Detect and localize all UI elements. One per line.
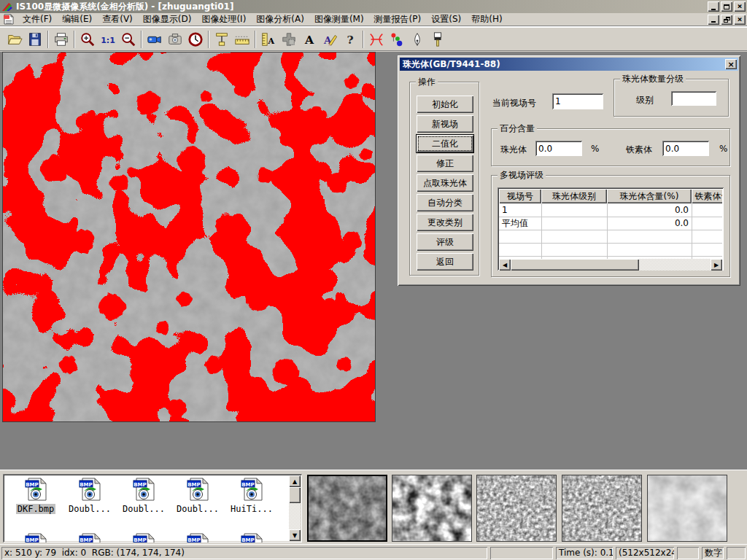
minimize-button[interactable]	[708, 1, 719, 12]
bmp-file-icon	[131, 532, 156, 542]
file-item[interactable]: Doubl...	[63, 477, 117, 514]
maximize-button[interactable]	[721, 1, 732, 12]
file-item[interactable]: Doubl...	[171, 477, 225, 514]
thumbnail-5[interactable]	[647, 475, 727, 542]
ruler-icon[interactable]	[232, 29, 252, 49]
dialog-close-button[interactable]: ×	[725, 59, 737, 69]
toolbar: 1:1 A A A ?	[0, 27, 747, 51]
video-camera-icon[interactable]	[144, 29, 165, 49]
col-view-number[interactable]: 视场号	[499, 189, 541, 203]
operation-group-label: 操作	[416, 77, 438, 87]
menu-settings[interactable]: 设置(S)	[426, 12, 466, 26]
menu-image-display[interactable]: 图像显示(D)	[138, 12, 197, 26]
thumbnail-2[interactable]	[392, 475, 472, 542]
menu-file[interactable]: 文件(F)	[18, 12, 57, 26]
application-window: { "window": { "title": "IS100显微摄像系统(金相分析…	[0, 0, 747, 560]
pen-icon[interactable]	[407, 29, 427, 49]
menu-image-measure[interactable]: 图像测量(M)	[309, 12, 369, 26]
file-item[interactable]	[117, 532, 171, 542]
current-view-input[interactable]	[552, 93, 603, 109]
multiview-table[interactable]: 视场号 珠光体级别 珠光体含量(%) 铁素体含量(%) 1 0.0 平	[498, 187, 724, 271]
curve-tool-icon[interactable]	[366, 29, 387, 49]
measure-text-icon[interactable]: A	[258, 29, 279, 49]
scroll-down-button[interactable]: ▼	[289, 529, 301, 541]
table-row[interactable]: 1 0.0	[499, 203, 722, 217]
new-field-button[interactable]: 新视场	[417, 115, 473, 133]
document-icon	[3, 14, 15, 25]
menu-image-processing[interactable]: 图像处理(I)	[196, 12, 251, 26]
scroll-right-button[interactable]: ▶	[711, 259, 722, 271]
menu-view[interactable]: 查看(V)	[97, 12, 138, 26]
ferrite-input[interactable]	[662, 141, 709, 156]
toolbar-separator	[255, 31, 256, 48]
grade-input[interactable]	[671, 91, 716, 106]
scroll-left-button[interactable]: ◀	[499, 259, 511, 271]
correct-button[interactable]: 修正	[417, 155, 473, 172]
menu-report[interactable]: 测量报告(P)	[369, 12, 427, 26]
col-pearlite-grade[interactable]: 珠光体级别	[541, 189, 607, 203]
one-to-one-label: 1:1	[101, 35, 115, 44]
print-icon[interactable]	[51, 29, 71, 49]
file-list[interactable]: DKF.bmp Doubl... Doubl... Doubl... HuiTi…	[3, 474, 302, 542]
file-item[interactable]: Doubl...	[117, 477, 171, 514]
brush-icon[interactable]	[427, 29, 448, 49]
open-icon[interactable]	[4, 29, 25, 49]
caliper-icon[interactable]	[212, 29, 232, 49]
return-button[interactable]: 返回	[417, 253, 473, 271]
mdi-minimize-button[interactable]	[708, 15, 719, 25]
file-name[interactable]: Doubl...	[121, 504, 166, 514]
file-name[interactable]: HuiTi...	[229, 504, 274, 514]
file-item[interactable]	[171, 532, 225, 542]
text-icon[interactable]: A	[299, 29, 320, 49]
scroll-track[interactable]	[639, 259, 711, 271]
save-icon[interactable]	[25, 29, 45, 49]
merge-icon[interactable]	[279, 29, 299, 49]
metallographic-image[interactable]	[2, 52, 376, 422]
change-class-button[interactable]: 更改类别	[417, 214, 473, 231]
one-to-one-icon[interactable]: 1:1	[98, 29, 118, 49]
file-name[interactable]: Doubl...	[67, 504, 112, 514]
classify-dots-icon[interactable]	[387, 29, 407, 49]
table-row[interactable]: 平均值 0.0	[499, 217, 722, 230]
file-item[interactable]	[63, 532, 117, 542]
mdi-restore-button[interactable]	[721, 15, 732, 25]
help-icon[interactable]: ?	[340, 29, 360, 49]
file-item[interactable]: HuiTi...	[225, 477, 279, 514]
edit-text-icon[interactable]: A	[320, 29, 340, 49]
scroll-thumb[interactable]	[511, 259, 639, 271]
file-item[interactable]	[225, 532, 279, 542]
menu-image-analysis[interactable]: 图像分析(A)	[251, 12, 309, 26]
status-empty-3	[727, 547, 746, 559]
file-item[interactable]	[9, 532, 63, 542]
thumbnail-1[interactable]	[307, 475, 387, 542]
dialog-title-bar[interactable]: 珠光体(GB/T9441-88) ×	[400, 58, 738, 71]
menu-help[interactable]: 帮助(H)	[466, 12, 507, 26]
rate-button[interactable]: 评级	[417, 233, 473, 251]
table-horizontal-scrollbar[interactable]: ◀ ▶	[499, 259, 722, 271]
menu-edit[interactable]: 编辑(E)	[57, 12, 97, 26]
thumbnail-4[interactable]	[562, 475, 642, 542]
col-ferrite-content[interactable]: 铁素体含量(%)	[692, 189, 722, 203]
thumbnail-3[interactable]	[476, 475, 557, 542]
pick-pearlite-button[interactable]: 点取珠光体	[417, 174, 473, 192]
scroll-thumb[interactable]	[289, 487, 301, 503]
auto-classify-button[interactable]: 自动分类	[417, 194, 473, 211]
file-item[interactable]: DKF.bmp	[9, 477, 63, 514]
mdi-close-button[interactable]: ×	[734, 15, 746, 25]
close-button[interactable]: ×	[734, 1, 746, 12]
col-pearlite-content[interactable]: 珠光体含量(%)	[607, 189, 692, 203]
zoom-out-icon[interactable]	[118, 29, 139, 49]
capture-icon[interactable]	[165, 29, 185, 49]
initialize-button[interactable]: 初始化	[417, 96, 473, 113]
zoom-in-icon[interactable]	[77, 29, 98, 49]
binarize-button[interactable]: 二值化	[416, 134, 474, 153]
file-name[interactable]: DKF.bmp	[16, 504, 56, 514]
status-image-size: (512x512x24)	[616, 547, 674, 559]
pearlite-input[interactable]	[535, 141, 582, 156]
file-list-scrollbar[interactable]: ▲ ▼	[289, 475, 301, 541]
file-name[interactable]: Doubl...	[175, 504, 220, 514]
percent-group: 百分含量 珠光体 % 铁素体 %	[491, 128, 730, 166]
scroll-up-button[interactable]: ▲	[289, 475, 301, 487]
clock-icon[interactable]	[185, 29, 206, 49]
status-time: Time (s): 0.113	[556, 547, 613, 559]
